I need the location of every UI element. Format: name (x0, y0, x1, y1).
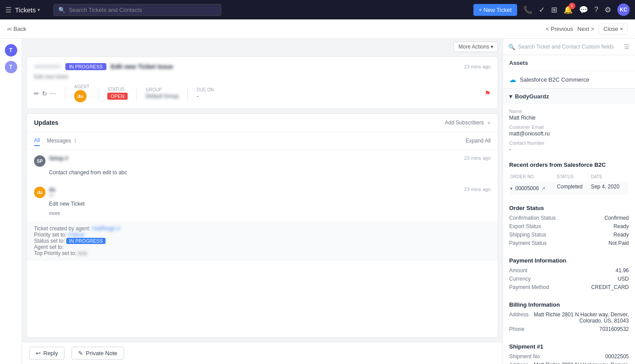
shipment-address-value: Matt Richie 2801 N Hacker way, Denver, C… (533, 362, 629, 364)
payment-method-value: CREDIT_CARD (591, 284, 629, 290)
salesforce-icon: ☁ (509, 75, 516, 84)
update-item-2: du du du 23 mins ago Edit new Ticket mor… (27, 181, 498, 222)
update-item-1-header: SP Setup # 23 mins ago (34, 155, 491, 167)
order-no-cell: ▾ 00005006 ↗ (510, 182, 556, 195)
private-note-button[interactable]: ✎ Private Note (72, 347, 124, 360)
close-button[interactable]: Close × (599, 23, 628, 34)
add-subscribers-link[interactable]: Add Subscribers (445, 120, 484, 126)
update-2-avatar: du (34, 187, 45, 198)
main-layout: T T More Actions ▾ #000000001 IN PROGRES… (0, 39, 635, 364)
update-1-time: 23 mins ago (464, 155, 491, 161)
updates-section: Updates Add Subscribers × All Messages 1… (26, 113, 498, 338)
ticket-action-edit-icon[interactable]: ✏ (34, 90, 39, 97)
tab-all[interactable]: All (34, 135, 40, 146)
bodyguardz-collapse-icon: ▾ (509, 93, 512, 100)
custom-fields-search-input[interactable] (518, 44, 621, 50)
chat-icon[interactable]: 💬 (579, 5, 588, 15)
field-status: STATUS OPEN (107, 87, 127, 100)
updates-title: Updates (34, 119, 58, 126)
priority-value: Default Group (146, 93, 179, 99)
update-2-name: du (49, 187, 56, 193)
check-icon[interactable]: ✓ (539, 5, 545, 15)
expand-all-button[interactable]: Expand All (465, 138, 491, 144)
collapse-icon[interactable]: × (487, 120, 491, 126)
ticket-flag: ⚑ (484, 89, 491, 98)
update-item-2-header: du du du 23 mins ago (34, 187, 491, 198)
priority-label: GROUP (146, 87, 179, 92)
payment-status-row: Payment Status Not Paid (509, 240, 629, 246)
custom-fields-search-icon: 🔍 (508, 44, 515, 50)
payment-info-section: Payment Information Amount 41.96 Currenc… (503, 253, 635, 297)
payment-info-title: Payment Information (509, 257, 629, 264)
due-value: - (197, 93, 214, 99)
ticket-header: #000000001 IN PROGRESS Edit new Ticket I… (26, 56, 498, 109)
more-actions-button[interactable]: More Actions ▾ (454, 41, 498, 52)
tab-messages[interactable]: Messages 1 (47, 136, 76, 146)
center-content: More Actions ▾ #000000001 IN PROGRESS Ed… (22, 39, 503, 364)
note-edit-icon: ✎ (78, 350, 83, 356)
avatar-top[interactable]: T (5, 44, 17, 56)
right-sidebar: 🔍 ☰ Assets ☁ Salesforce B2C Commerce ▾ B… (503, 39, 635, 364)
notification-bell-icon[interactable]: 🔔 5 (563, 5, 573, 15)
billing-phone-value: 7031609532 (599, 326, 629, 332)
billing-phone-row: Phone 7031609532 (509, 326, 629, 332)
field-priority: GROUP Default Group (146, 87, 179, 99)
salesforce-section: ☁ Salesforce B2C Commerce (503, 71, 635, 89)
system-log: Ticket created by agent: AddReqpt # Prio… (27, 222, 498, 260)
avatar-bottom[interactable]: T (5, 61, 17, 73)
nav-left: ☰ Tickets ▾ (5, 6, 40, 14)
col-order-no: ORDER NO (510, 173, 556, 181)
list-view-icon[interactable]: ☰ (624, 43, 630, 50)
divider-1 (65, 87, 65, 100)
global-search-bar[interactable]: 🔍 (53, 4, 221, 16)
phone-icon[interactable]: 📞 (523, 5, 533, 15)
settings-icon[interactable]: ⚙ (605, 5, 611, 15)
field-agent: AGENT du (74, 84, 89, 102)
order-status-cell: Completed (557, 182, 590, 195)
payment-method-label: Payment Method (509, 284, 549, 290)
status-value-badge: OPEN (107, 93, 127, 100)
flag-icon[interactable]: ⚑ (484, 90, 491, 97)
due-label: DUE ON (197, 87, 214, 92)
email-value: matt@oniosoft.ru (509, 131, 629, 137)
hamburger-icon[interactable]: ☰ (5, 6, 11, 14)
bodyguardz-header[interactable]: ▾ BodyGuardz (503, 89, 635, 104)
notification-count-badge: 5 (569, 3, 575, 9)
back-button[interactable]: ‹ < Back (7, 26, 26, 32)
order-expand-row[interactable]: ▾ 00005006 ↗ (510, 184, 556, 193)
top-navigation: ☰ Tickets ▾ 🔍 + New Ticket 📞 ✓ ⊞ 🔔 5 💬 ?… (0, 0, 635, 19)
ticket-meta: #000000001 IN PROGRESS Edit new Ticket I… (34, 63, 491, 70)
next-button[interactable]: Next > (578, 26, 594, 32)
divider-3 (136, 87, 137, 100)
agent-label: AGENT (74, 84, 89, 89)
updates-actions: Add Subscribers × (445, 120, 491, 126)
ticket-fields: ✏ ↻ ⋯ AGENT du STATUS OPEN GROUP (34, 84, 491, 102)
help-icon[interactable]: ? (594, 5, 598, 14)
order-date-cell: Sep 4, 2020 (591, 182, 628, 195)
new-ticket-button[interactable]: + New Ticket (473, 4, 517, 16)
previous-button[interactable]: < Previous (546, 26, 573, 32)
confirmation-status-value: Confirmed (605, 215, 629, 221)
user-avatar[interactable]: KC (617, 4, 630, 16)
ticket-subtitle: Edit new ticket (34, 74, 491, 80)
recent-orders-section: Recent orders from Salesforce B2C ORDER … (503, 157, 635, 200)
more-actions-bar: More Actions ▾ (22, 39, 503, 52)
search-input[interactable] (69, 7, 216, 13)
grid-icon[interactable]: ⊞ (551, 5, 557, 15)
order-link-icon[interactable]: ↗ (541, 186, 545, 191)
update-2-time: 23 mins ago (464, 187, 491, 192)
divider-2 (98, 87, 98, 100)
billing-address-label: Address (509, 311, 529, 324)
ticket-action-refresh-icon[interactable]: ↻ (42, 90, 47, 97)
ticket-action-more-icon[interactable]: ⋯ (50, 90, 56, 97)
assets-title: Assets (509, 60, 528, 66)
tickets-nav-title[interactable]: Tickets ▾ (15, 6, 40, 14)
nav-right-actions: + New Ticket 📞 ✓ ⊞ 🔔 5 💬 ? ⚙ KC (473, 4, 630, 16)
update-1-content: Contact changed from edit to abc (49, 169, 491, 176)
update-1-name: Setup # (49, 155, 68, 161)
orders-table: ORDER NO STATUS DATE ▾ 00005006 ↗ (509, 172, 629, 196)
reply-button[interactable]: ↩ Reply (29, 347, 64, 360)
order-status-title: Order Status (509, 205, 629, 211)
more-link[interactable]: more (49, 210, 60, 216)
currency-row: Currency USD (509, 276, 629, 282)
